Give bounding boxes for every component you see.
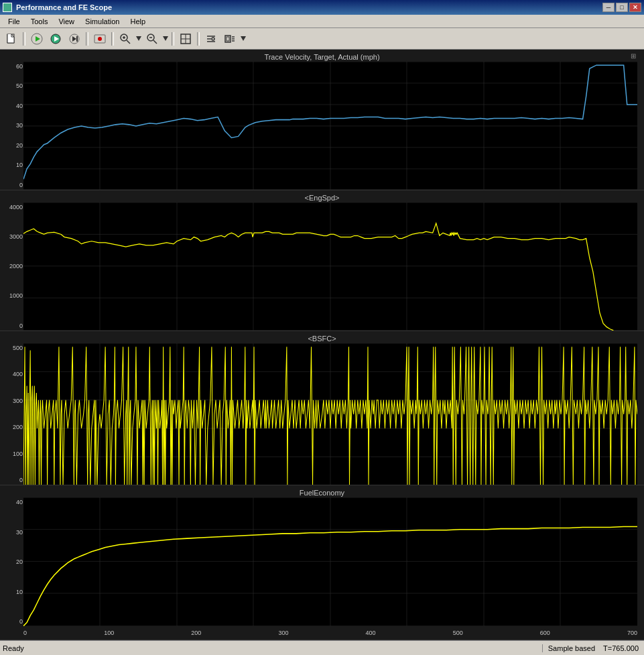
fueleconomy-chart xyxy=(23,497,637,626)
engspd-chart xyxy=(23,202,637,331)
engspd-y4000: 4000 xyxy=(1,204,23,211)
svg-rect-29 xyxy=(227,37,229,41)
maximize-button[interactable]: □ xyxy=(616,3,628,12)
toolbar xyxy=(0,28,644,50)
bsfc-y0: 0 xyxy=(1,477,23,483)
svg-line-13 xyxy=(127,40,130,44)
zoom-out-button[interactable] xyxy=(143,31,161,47)
engspd-title: <EngSpd> xyxy=(0,190,644,202)
velocity-y20: 20 xyxy=(1,142,23,149)
fueleconomy-panel: FuelEconomy 40 30 20 10 0 xyxy=(0,485,644,640)
menu-help[interactable]: Help xyxy=(125,16,151,27)
zoom-in-button[interactable] xyxy=(117,31,134,47)
charts-area: Trace Velocity, Target, Actual (mph) 60 … xyxy=(0,50,644,640)
title-bar: Performance and FE Scope ─ □ ✕ xyxy=(0,0,644,15)
toolbar-sep4 xyxy=(172,32,174,46)
toolbar-sep2 xyxy=(86,32,88,46)
toolbar-sep1 xyxy=(23,32,25,46)
bsfc-y100: 100 xyxy=(1,451,23,457)
xaxis-0: 0 xyxy=(23,630,27,636)
fe-y30: 30 xyxy=(1,529,23,536)
minimize-button[interactable]: ─ xyxy=(602,3,615,12)
svg-point-26 xyxy=(212,38,214,40)
svg-marker-20 xyxy=(163,36,168,41)
fueleconomy-title: FuelEconomy xyxy=(0,485,644,497)
status-sampleinfo: Sample based xyxy=(542,644,600,652)
simulate-button[interactable] xyxy=(28,31,46,47)
play-button[interactable] xyxy=(47,31,64,47)
xaxis-600: 600 xyxy=(540,630,550,636)
menu-bar: File Tools View Simulation Help xyxy=(0,15,644,28)
bsfc-panel: <BSFC> 500 400 300 200 100 0 xyxy=(0,331,644,486)
xaxis-700: 700 xyxy=(627,630,637,636)
xaxis-300: 300 xyxy=(278,630,288,636)
engspd-y3000: 3000 xyxy=(1,233,23,240)
title-bar-buttons: ─ □ ✕ xyxy=(602,3,641,12)
bsfc-y300: 300 xyxy=(1,398,23,404)
fe-y20: 20 xyxy=(1,558,23,565)
app-icon xyxy=(3,3,12,12)
velocity-y50: 50 xyxy=(1,82,23,89)
status-bar: Ready Sample based T=765.000 xyxy=(0,640,644,655)
status-ready: Ready xyxy=(3,644,542,652)
bsfc-y400: 400 xyxy=(1,371,23,377)
fit-button[interactable] xyxy=(177,31,194,47)
velocity-ymax: 60 xyxy=(1,63,23,70)
toolbar-sep5 xyxy=(197,32,200,46)
engspd-y0: 0 xyxy=(1,322,23,329)
fe-y10: 10 xyxy=(1,589,23,595)
velocity-y10: 10 xyxy=(1,162,23,168)
status-tvalue: T=765.000 xyxy=(600,644,641,652)
fe-y40: 40 xyxy=(1,499,23,505)
velocity-title: Trace Velocity, Target, Actual (mph) xyxy=(0,50,644,62)
engspd-y1000: 1000 xyxy=(1,292,23,299)
props-button[interactable] xyxy=(202,31,220,47)
velocity-y0: 0 xyxy=(1,182,23,188)
xaxis-500: 500 xyxy=(453,630,463,636)
settings-button[interactable] xyxy=(221,31,239,47)
menu-simulation[interactable]: Simulation xyxy=(80,16,125,27)
zoom-out-dropdown[interactable] xyxy=(162,31,169,47)
bsfc-y500: 500 xyxy=(1,345,23,351)
velocity-y40: 40 xyxy=(1,103,23,109)
bsfc-title: <BSFC> xyxy=(0,331,644,343)
svg-marker-33 xyxy=(241,36,246,41)
xaxis-200: 200 xyxy=(191,630,201,636)
velocity-panel: Trace Velocity, Target, Actual (mph) 60 … xyxy=(0,50,644,190)
toolbar-sep3 xyxy=(111,32,114,46)
new-button[interactable] xyxy=(3,31,20,47)
bsfc-y200: 200 xyxy=(1,424,23,430)
window-title: Performance and FE Scope xyxy=(16,3,112,11)
xaxis-100: 100 xyxy=(104,630,114,636)
bsfc-chart xyxy=(23,343,637,485)
svg-point-11 xyxy=(98,37,102,41)
svg-line-18 xyxy=(153,40,157,44)
step-button[interactable] xyxy=(66,31,83,47)
menu-tools[interactable]: Tools xyxy=(25,16,54,27)
menu-file[interactable]: File xyxy=(3,16,25,27)
close-button[interactable]: ✕ xyxy=(629,3,641,12)
fe-y0: 0 xyxy=(1,618,23,625)
engspd-y2000: 2000 xyxy=(1,263,23,270)
expand-icon[interactable]: ⊞ xyxy=(631,52,636,60)
zoom-dropdown[interactable] xyxy=(135,31,142,47)
velocity-chart xyxy=(23,62,637,190)
settings-dropdown[interactable] xyxy=(240,31,247,47)
xaxis-400: 400 xyxy=(366,630,376,636)
svg-marker-16 xyxy=(136,36,141,41)
menu-view[interactable]: View xyxy=(53,16,80,27)
record-button[interactable] xyxy=(91,31,109,47)
velocity-y30: 30 xyxy=(1,122,23,129)
engspd-panel: <EngSpd> 4000 3000 2000 1000 0 xyxy=(0,190,644,331)
